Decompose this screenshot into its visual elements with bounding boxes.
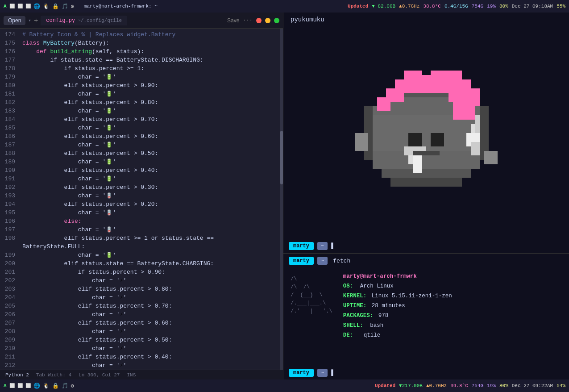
svg-rect-33 [413, 151, 440, 155]
fetch-uptime: UPTIME: 28 minutes [343, 301, 452, 311]
code-line: if status.state == BatteryState.DISCHARG… [22, 56, 279, 64]
bottom-status-bat2: 54% [557, 383, 565, 388]
bottom-terminal-icon: 🐧 [43, 383, 50, 389]
new-tab-button[interactable]: + [34, 17, 38, 25]
code-line: elif status.percent > 0.50: [22, 149, 279, 158]
line-number: 183 [0, 107, 15, 115]
code-line: elif status.percent > 0.50: [22, 336, 279, 344]
fetch-user: marty@mart-arch-frmwrk [343, 271, 452, 281]
bottom-status-temp: 39.8°C [450, 383, 468, 388]
svg-rect-37 [355, 133, 368, 151]
open-button[interactable]: Open [4, 16, 25, 25]
code-area: 1741751761771781791801811821831841851861… [0, 29, 283, 370]
line-number: 206 [0, 310, 15, 319]
minimize-button[interactable] [265, 18, 270, 23]
line-number: 181 [0, 90, 15, 98]
svg-rect-32 [431, 133, 444, 146]
fetch-area: /\ /\ /\ / (__) \ /.___|___.\ /.' | '.\ … [283, 268, 569, 366]
line-number: 210 [0, 344, 15, 353]
line-number: 196 [0, 217, 15, 225]
tab-path: ~/.config/qtile [78, 18, 122, 23]
browser-icon: 🌐 [33, 3, 40, 10]
code-line: char = '🔋' [22, 158, 279, 166]
code-line: elif status.percent > 0.40: [22, 166, 279, 175]
line-number: 195 [0, 209, 15, 217]
terminal-top-title: pyukumuku [283, 13, 569, 27]
wm-icon-3[interactable]: ⬜ [25, 4, 31, 9]
code-line: else: [22, 217, 279, 225]
fetch-os: OS: Arch Linux [343, 281, 452, 291]
bottom-status-net: ▼217.00B [399, 383, 423, 388]
line-number: 202 [0, 276, 15, 285]
line-number: 192 [0, 183, 15, 192]
bottom-browser-icon: 🌐 [33, 383, 40, 389]
terminal-bottom: marty ~ fetch /\ /\ /\ / (__) \ /.___|__… [283, 254, 569, 379]
line-number: 178 [0, 64, 15, 73]
status-date: Dec 27 09:18AM [512, 4, 553, 9]
active-tab[interactable]: config.py ~/.config/qtile [41, 16, 127, 25]
code-line: char = '🔋' [22, 141, 279, 149]
pyukumuku-image [355, 57, 498, 209]
svg-rect-8 [373, 160, 480, 169]
code-line: char = '⚡' [22, 361, 279, 370]
code-line: elif status.percent >= 1 or status.state… [22, 234, 279, 242]
fetch-shell: SHELL: bash [343, 321, 452, 330]
status-temp: 38.8°C [423, 4, 441, 9]
line-numbers: 1741751761771781791801811821831841851861… [0, 29, 19, 370]
status-updated: Updated [348, 4, 368, 9]
status-mem: 0.4G/15G [444, 4, 468, 9]
line-number: 208 [0, 327, 15, 336]
line-number: 189 [0, 158, 15, 166]
line-number: 209 [0, 336, 15, 344]
line-number: 187 [0, 141, 15, 149]
shield-icon: 🔒 [52, 3, 59, 10]
prompt-cursor-top: ▌ [331, 242, 335, 250]
code-line: char = '⚡' [22, 276, 279, 285]
wm-icon-2[interactable]: ⬜ [17, 4, 23, 9]
code-line: char = '🔋' [22, 251, 279, 259]
cursor-position: Ln 300, Col 27 [79, 372, 120, 378]
svg-rect-18 [377, 97, 390, 111]
scrollbar-track[interactable] [280, 29, 283, 370]
top-statusbar: A ⬜ ⬜ ⬜ 🌐 🐧 🔒 🎵 ⚙ marty@mart-arch-frmwrk… [0, 0, 569, 13]
bottom-wm-label: A [4, 383, 7, 388]
pyukumuku-display [283, 27, 569, 239]
code-line: char = '⚡' [22, 344, 279, 353]
line-number: 179 [0, 73, 15, 81]
code-lines[interactable]: # Battery Icon & % | Replaces widget.Bat… [19, 29, 283, 370]
line-number: 194 [0, 200, 15, 209]
status-bat: 80% [499, 4, 508, 9]
bottom-shield-icon: 🔒 [52, 383, 59, 389]
line-number: 212 [0, 361, 15, 370]
status-gpu: 754G [472, 4, 483, 9]
fetch-info: marty@mart-arch-frmwrk OS: Arch Linux KE… [343, 271, 452, 363]
line-number: 204 [0, 293, 15, 302]
line-number: 198 [0, 234, 15, 242]
save-button[interactable]: Save [227, 17, 239, 24]
maximize-button[interactable] [274, 18, 279, 23]
line-number: 197 [0, 225, 15, 234]
code-line: def build_string(self, status): [22, 47, 279, 56]
tab-width-indicator[interactable]: Tab Width: 4 [36, 372, 71, 378]
fetch-packages: PACKAGES: 978 [343, 311, 452, 321]
line-number: 190 [0, 166, 15, 175]
language-indicator[interactable]: Python 2 [5, 372, 29, 378]
scrollbar-thumb[interactable] [280, 131, 283, 184]
bottom-wm-icon-1[interactable]: ⬜ [9, 383, 15, 388]
top-bar-left: A ⬜ ⬜ ⬜ 🌐 🐧 🔒 🎵 ⚙ marty@mart-arch-frmwrk… [4, 3, 158, 10]
bottom-wm-icon-2[interactable]: ⬜ [17, 383, 23, 388]
code-line: class MyBattery(Battery): [22, 39, 279, 47]
svg-rect-27 [413, 155, 422, 173]
line-number: 205 [0, 302, 15, 310]
close-button[interactable] [256, 18, 262, 23]
svg-rect-38 [484, 151, 498, 164]
right-pane: pyukumuku [283, 13, 569, 379]
line-number [0, 242, 15, 251]
prompt-user-bottom2: marty [289, 369, 314, 377]
code-line: if status.percent >= 1: [22, 64, 279, 73]
wm-icon-1[interactable]: ⬜ [9, 4, 15, 9]
code-line: elif status.percent > 0.20: [22, 200, 279, 209]
prompt-cursor-bottom2: ▌ [331, 369, 335, 376]
bottom-wm-icon-3[interactable]: ⬜ [25, 383, 31, 388]
code-line: char = '🔋' [22, 73, 279, 81]
